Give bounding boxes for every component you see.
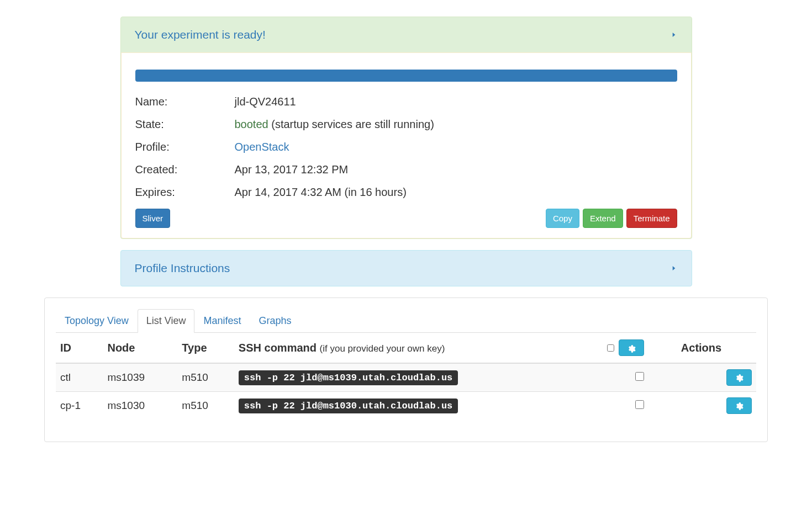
chevron-right-icon — [670, 31, 678, 39]
cell-type: m510 — [177, 363, 234, 392]
col-ssh-note: (if you provided your own key) — [320, 343, 445, 354]
cell-checkbox — [603, 392, 677, 420]
state-note-text: (startup services are still running) — [271, 118, 434, 130]
experiment-ready-heading[interactable]: Your experiment is ready! — [121, 17, 692, 52]
row-checkbox[interactable] — [635, 372, 644, 381]
expires-label: Expires: — [135, 186, 235, 199]
cell-id: ctl — [56, 363, 103, 392]
cell-ssh: ssh -p 22 jld@ms1030.utah.cloudlab.us — [234, 392, 603, 420]
cell-type: m510 — [177, 392, 234, 420]
col-ssh: SSH command (if you provided your own ke… — [234, 333, 603, 363]
cell-actions — [677, 392, 756, 420]
state-label: State: — [135, 118, 235, 131]
nodes-panel: Topology View List View Manifest Graphs … — [44, 298, 768, 442]
gear-icon — [627, 343, 636, 352]
tab-graphs[interactable]: Graphs — [250, 309, 300, 333]
col-id: ID — [56, 333, 103, 363]
expires-value: Apr 14, 2017 4:32 AM (in 16 hours) — [235, 186, 677, 199]
name-label: Name: — [135, 95, 235, 108]
profile-label: Profile: — [135, 141, 235, 153]
progress-bar — [135, 70, 677, 82]
row-checkbox[interactable] — [635, 400, 644, 409]
experiment-ready-title: Your experiment is ready! — [135, 28, 266, 41]
ssh-command[interactable]: ssh -p 22 jld@ms1030.utah.cloudlab.us — [239, 399, 458, 413]
tab-manifest[interactable]: Manifest — [194, 309, 250, 333]
experiment-ready-panel: Your experiment is ready! Name: jld-QV24… — [120, 17, 692, 239]
cell-actions — [677, 363, 756, 392]
state-value: booted (startup services are still runni… — [235, 118, 677, 131]
col-ssh-label: SSH command — [239, 342, 317, 354]
row-actions-button[interactable] — [726, 369, 752, 386]
name-value: jld-QV24611 — [235, 95, 677, 108]
table-row: ctlms1039m510ssh -p 22 jld@ms1039.utah.c… — [56, 363, 756, 392]
copy-button[interactable]: Copy — [546, 209, 579, 228]
profile-link[interactable]: OpenStack — [235, 141, 289, 153]
profile-instructions-heading[interactable]: Profile Instructions — [121, 251, 692, 286]
cell-ssh: ssh -p 22 jld@ms1039.utah.cloudlab.us — [234, 363, 603, 392]
bulk-actions-button[interactable] — [619, 339, 644, 356]
cell-checkbox — [603, 363, 677, 392]
profile-instructions-title: Profile Instructions — [135, 262, 230, 275]
tab-topology[interactable]: Topology View — [56, 309, 138, 333]
table-row: cp-1ms1030m510ssh -p 22 jld@ms1030.utah.… — [56, 392, 756, 420]
gear-icon — [735, 373, 744, 382]
select-all-checkbox[interactable] — [607, 344, 614, 352]
sliver-button[interactable]: Sliver — [135, 209, 171, 228]
view-tabs: Topology View List View Manifest Graphs — [56, 309, 756, 333]
state-booted-text: booted — [235, 118, 268, 130]
ssh-command[interactable]: ssh -p 22 jld@ms1039.utah.cloudlab.us — [239, 370, 458, 385]
cell-id: cp-1 — [56, 392, 103, 420]
node-table: ID Node Type SSH command (if you provide… — [56, 333, 756, 419]
chevron-right-icon — [670, 264, 678, 272]
col-type: Type — [177, 333, 234, 363]
cell-node: ms1039 — [103, 363, 177, 392]
profile-instructions-panel: Profile Instructions — [120, 250, 692, 286]
experiment-details-body: Name: jld-QV24611 State: booted (startup… — [121, 52, 692, 238]
tab-list-view[interactable]: List View — [138, 309, 195, 333]
terminate-button[interactable]: Terminate — [626, 209, 677, 228]
cell-node: ms1030 — [103, 392, 177, 420]
gear-icon — [735, 401, 744, 410]
col-actions: Actions — [677, 333, 756, 363]
extend-button[interactable]: Extend — [583, 209, 623, 228]
created-value: Apr 13, 2017 12:32 PM — [235, 163, 677, 176]
col-checkbox — [603, 333, 677, 363]
created-label: Created: — [135, 163, 235, 176]
col-node: Node — [103, 333, 177, 363]
row-actions-button[interactable] — [726, 397, 752, 414]
